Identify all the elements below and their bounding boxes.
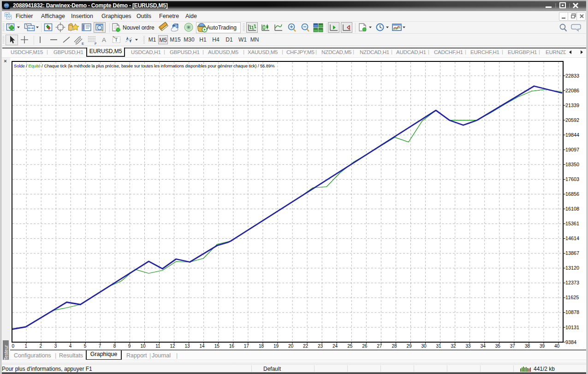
svg-text:12373: 12373 <box>565 280 579 285</box>
svg-text:15: 15 <box>214 344 220 349</box>
svg-text:F: F <box>95 42 97 46</box>
svg-text:37: 37 <box>510 344 516 349</box>
svg-text:39: 39 <box>540 344 545 349</box>
svg-text:1: 1 <box>25 344 28 349</box>
svg-text:A: A <box>102 36 106 43</box>
svg-text:28: 28 <box>392 344 397 349</box>
svg-text:19844: 19844 <box>565 132 579 138</box>
svg-text:3: 3 <box>54 344 57 349</box>
svg-text:E: E <box>82 42 84 46</box>
svg-text:21339: 21339 <box>565 103 579 108</box>
svg-text:22086: 22086 <box>565 88 579 93</box>
svg-text:22: 22 <box>303 344 309 349</box>
svg-text:15361: 15361 <box>565 221 579 226</box>
svg-text:20592: 20592 <box>565 117 579 123</box>
svg-text:10131: 10131 <box>565 325 579 330</box>
svg-text:4: 4 <box>69 344 72 349</box>
svg-text:22833: 22833 <box>565 73 579 78</box>
svg-text:19: 19 <box>273 344 279 349</box>
svg-text:38: 38 <box>525 344 530 349</box>
svg-text:17: 17 <box>244 344 249 349</box>
svg-text:9: 9 <box>128 344 131 349</box>
svg-text:9384: 9384 <box>565 339 576 345</box>
svg-text:11: 11 <box>155 344 160 349</box>
svg-text:0: 0 <box>12 344 14 349</box>
svg-text:16: 16 <box>229 344 235 349</box>
svg-text:33: 33 <box>466 344 471 349</box>
svg-text:16856: 16856 <box>565 191 579 197</box>
svg-text:8: 8 <box>113 344 116 349</box>
svg-text:16108: 16108 <box>565 206 579 211</box>
svg-text:23: 23 <box>318 344 323 349</box>
svg-text:18: 18 <box>259 344 264 349</box>
svg-text:11625: 11625 <box>565 295 579 300</box>
svg-text:Solde / Equité / Chaque tick (: Solde / Equité / Chaque tick (la méthode… <box>14 63 275 68</box>
svg-text:27: 27 <box>377 344 382 349</box>
svg-text:35: 35 <box>495 344 501 349</box>
svg-text:18350: 18350 <box>565 162 579 167</box>
svg-text:40: 40 <box>554 344 560 349</box>
svg-text:26: 26 <box>362 344 368 349</box>
svg-text:29: 29 <box>406 344 412 349</box>
svg-text:2: 2 <box>40 344 42 349</box>
svg-text:31: 31 <box>436 344 441 349</box>
svg-text:14614: 14614 <box>565 235 579 241</box>
svg-text:5: 5 <box>84 344 87 349</box>
svg-text:25: 25 <box>347 344 353 349</box>
svg-text:13867: 13867 <box>565 250 579 256</box>
svg-text:34: 34 <box>481 344 486 349</box>
svg-text:20: 20 <box>288 344 294 349</box>
svg-text:13120: 13120 <box>565 265 579 271</box>
svg-text:10878: 10878 <box>565 309 579 315</box>
svg-text:19097: 19097 <box>565 147 579 152</box>
svg-text:24: 24 <box>333 344 338 349</box>
svg-text:17603: 17603 <box>565 176 579 182</box>
svg-text:30: 30 <box>421 344 427 349</box>
svg-text:12: 12 <box>170 344 175 349</box>
svg-text:32: 32 <box>451 344 457 349</box>
svg-text:13: 13 <box>185 344 190 349</box>
svg-text:10: 10 <box>140 344 146 349</box>
svg-text:7: 7 <box>99 344 101 349</box>
svg-text:14: 14 <box>200 344 205 349</box>
svg-text:T: T <box>115 37 118 42</box>
